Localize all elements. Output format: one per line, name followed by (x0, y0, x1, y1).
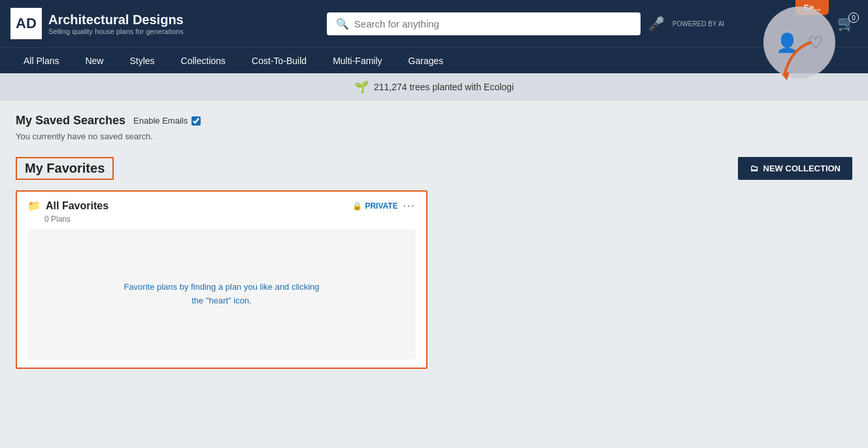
enable-emails-label[interactable]: Enable Emails (133, 116, 201, 126)
search-icon: 🔍 (336, 18, 349, 30)
favorites-title: My Favorites (16, 157, 114, 180)
main-content: My Saved Searches Enable Emails You curr… (0, 101, 868, 421)
cart-button[interactable]: 🛒 0 (837, 15, 855, 32)
eco-icon: 🌱 (354, 80, 369, 94)
nav-bar: All Plans New Styles Collections Cost-To… (0, 47, 868, 73)
more-options-button[interactable]: ··· (403, 200, 416, 212)
nav-item-multi-family[interactable]: Multi-Family (320, 48, 395, 74)
new-collection-folder-icon: 🗂 (750, 164, 758, 173)
empty-hint-text: Favorite plans by finding a plan you lik… (124, 281, 320, 308)
nav-item-all-plans[interactable]: All Plans (10, 48, 72, 74)
new-collection-button[interactable]: 🗂 NEW COLLECTION (738, 157, 852, 180)
favorites-section: My Favorites 🗂 NEW COLLECTION 📁 All Favo… (16, 157, 852, 369)
overlay-circle: 👤 ♡ (763, 7, 835, 78)
powered-by-label: POWERED BY AI (673, 20, 724, 28)
plans-count: 0 Plans (44, 215, 416, 224)
saved-searches-section: My Saved Searches Enable Emails You curr… (16, 114, 852, 141)
mic-button[interactable]: 🎤 (648, 16, 665, 31)
logo-icon: AD (10, 8, 42, 39)
header: AD Architectural Designs Selling quality… (0, 0, 868, 47)
cart-badge: 0 (848, 12, 859, 23)
user-icon: 👤 (776, 32, 799, 54)
saved-searches-title: My Saved Searches (16, 114, 125, 128)
saved-searches-header: My Saved Searches Enable Emails (16, 114, 852, 128)
brand-title: Architectural Designs (48, 12, 184, 27)
search-bar-container: 🔍 (327, 12, 641, 35)
eco-text: 211,274 trees planted with Ecologi (374, 82, 514, 92)
nav-item-collections[interactable]: Collections (168, 48, 239, 74)
search-input[interactable] (354, 18, 631, 29)
nav-item-garages[interactable]: Garages (395, 48, 457, 74)
nav-item-cost-to-build[interactable]: Cost-To-Build (239, 48, 320, 74)
no-saved-search-text: You currently have no saved search. (16, 131, 852, 141)
enable-emails-checkbox[interactable] (192, 116, 201, 126)
search-area: 🔍 🎤 POWERED BY AI (193, 12, 858, 35)
collection-card: 📁 All Favorites 🔒 PRIVATE ··· 0 Plans Fa… (16, 190, 427, 369)
favorites-header: My Favorites 🗂 NEW COLLECTION (16, 157, 852, 180)
logo-area: AD Architectural Designs Selling quality… (10, 8, 193, 39)
brand-subtitle: Selling quality house plans for generati… (48, 27, 184, 35)
collection-empty-area: Favorite plans by finding a plan you lik… (27, 229, 416, 360)
folder-icon: 📁 (27, 199, 41, 212)
collection-card-left: 📁 All Favorites (27, 199, 108, 212)
nav-item-new[interactable]: New (72, 48, 116, 74)
nav-item-styles[interactable]: Styles (116, 48, 167, 74)
eco-banner: 🌱 211,274 trees planted with Ecologi (0, 73, 868, 101)
collection-name: All Favorites (46, 200, 108, 212)
private-badge: 🔒 PRIVATE (352, 201, 397, 211)
collection-card-header: 📁 All Favorites 🔒 PRIVATE ··· (27, 199, 416, 212)
lock-icon: 🔒 (352, 201, 362, 211)
logo-text: Architectural Designs Selling quality ho… (48, 12, 184, 35)
heart-icon: ♡ (808, 33, 823, 53)
collection-card-right: 🔒 PRIVATE ··· (352, 200, 416, 212)
